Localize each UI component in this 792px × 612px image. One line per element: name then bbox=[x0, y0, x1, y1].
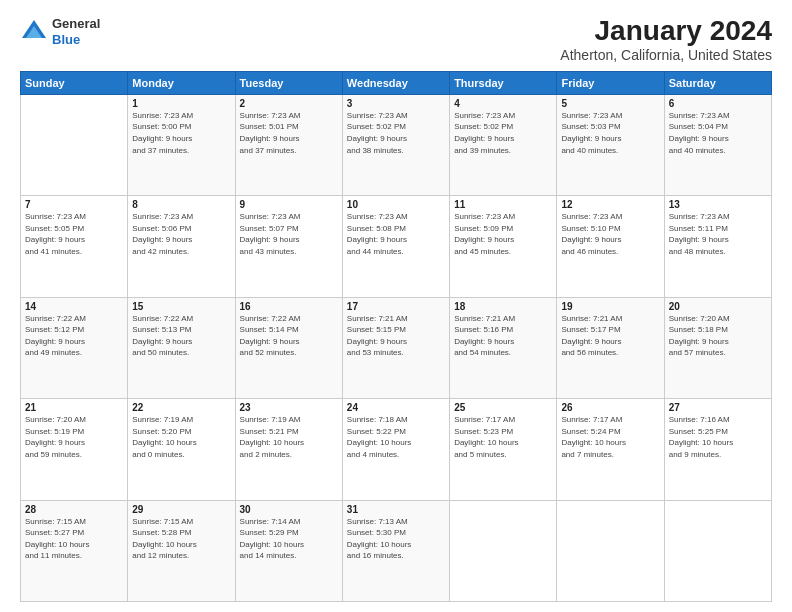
day-number: 2 bbox=[240, 98, 338, 109]
day-info: Sunrise: 7:20 AM Sunset: 5:18 PM Dayligh… bbox=[669, 313, 767, 359]
day-number: 30 bbox=[240, 504, 338, 515]
day-number: 28 bbox=[25, 504, 123, 515]
day-info: Sunrise: 7:23 AM Sunset: 5:09 PM Dayligh… bbox=[454, 211, 552, 257]
day-info: Sunrise: 7:23 AM Sunset: 5:10 PM Dayligh… bbox=[561, 211, 659, 257]
day-number: 22 bbox=[132, 402, 230, 413]
week-row-4: 28Sunrise: 7:15 AM Sunset: 5:27 PM Dayli… bbox=[21, 500, 772, 601]
day-number: 29 bbox=[132, 504, 230, 515]
day-info: Sunrise: 7:23 AM Sunset: 5:06 PM Dayligh… bbox=[132, 211, 230, 257]
day-number: 17 bbox=[347, 301, 445, 312]
day-info: Sunrise: 7:23 AM Sunset: 5:02 PM Dayligh… bbox=[454, 110, 552, 156]
day-cell: 1Sunrise: 7:23 AM Sunset: 5:00 PM Daylig… bbox=[128, 94, 235, 195]
day-number: 12 bbox=[561, 199, 659, 210]
day-cell: 2Sunrise: 7:23 AM Sunset: 5:01 PM Daylig… bbox=[235, 94, 342, 195]
day-cell: 23Sunrise: 7:19 AM Sunset: 5:21 PM Dayli… bbox=[235, 399, 342, 500]
week-row-0: 1Sunrise: 7:23 AM Sunset: 5:00 PM Daylig… bbox=[21, 94, 772, 195]
day-cell: 4Sunrise: 7:23 AM Sunset: 5:02 PM Daylig… bbox=[450, 94, 557, 195]
day-info: Sunrise: 7:22 AM Sunset: 5:13 PM Dayligh… bbox=[132, 313, 230, 359]
day-cell: 7Sunrise: 7:23 AM Sunset: 5:05 PM Daylig… bbox=[21, 196, 128, 297]
day-info: Sunrise: 7:15 AM Sunset: 5:28 PM Dayligh… bbox=[132, 516, 230, 562]
day-info: Sunrise: 7:23 AM Sunset: 5:07 PM Dayligh… bbox=[240, 211, 338, 257]
day-info: Sunrise: 7:23 AM Sunset: 5:00 PM Dayligh… bbox=[132, 110, 230, 156]
day-info: Sunrise: 7:21 AM Sunset: 5:17 PM Dayligh… bbox=[561, 313, 659, 359]
day-number: 14 bbox=[25, 301, 123, 312]
calendar-title: January 2024 bbox=[560, 16, 772, 47]
calendar-body: 1Sunrise: 7:23 AM Sunset: 5:00 PM Daylig… bbox=[21, 94, 772, 601]
day-cell: 26Sunrise: 7:17 AM Sunset: 5:24 PM Dayli… bbox=[557, 399, 664, 500]
day-cell: 10Sunrise: 7:23 AM Sunset: 5:08 PM Dayli… bbox=[342, 196, 449, 297]
day-number: 21 bbox=[25, 402, 123, 413]
day-cell: 13Sunrise: 7:23 AM Sunset: 5:11 PM Dayli… bbox=[664, 196, 771, 297]
calendar-header: Sunday Monday Tuesday Wednesday Thursday… bbox=[21, 71, 772, 94]
day-cell: 20Sunrise: 7:20 AM Sunset: 5:18 PM Dayli… bbox=[664, 297, 771, 398]
week-row-2: 14Sunrise: 7:22 AM Sunset: 5:12 PM Dayli… bbox=[21, 297, 772, 398]
day-info: Sunrise: 7:19 AM Sunset: 5:21 PM Dayligh… bbox=[240, 414, 338, 460]
day-number: 13 bbox=[669, 199, 767, 210]
day-cell: 5Sunrise: 7:23 AM Sunset: 5:03 PM Daylig… bbox=[557, 94, 664, 195]
logo-general: General bbox=[52, 16, 100, 31]
col-sunday: Sunday bbox=[21, 71, 128, 94]
day-cell bbox=[450, 500, 557, 601]
day-info: Sunrise: 7:18 AM Sunset: 5:22 PM Dayligh… bbox=[347, 414, 445, 460]
day-cell: 9Sunrise: 7:23 AM Sunset: 5:07 PM Daylig… bbox=[235, 196, 342, 297]
day-cell bbox=[664, 500, 771, 601]
day-info: Sunrise: 7:15 AM Sunset: 5:27 PM Dayligh… bbox=[25, 516, 123, 562]
header: General Blue January 2024 Atherton, Cali… bbox=[20, 16, 772, 63]
header-row: Sunday Monday Tuesday Wednesday Thursday… bbox=[21, 71, 772, 94]
day-number: 18 bbox=[454, 301, 552, 312]
day-info: Sunrise: 7:23 AM Sunset: 5:02 PM Dayligh… bbox=[347, 110, 445, 156]
day-info: Sunrise: 7:22 AM Sunset: 5:12 PM Dayligh… bbox=[25, 313, 123, 359]
col-friday: Friday bbox=[557, 71, 664, 94]
logo-text: General Blue bbox=[52, 16, 100, 47]
day-info: Sunrise: 7:22 AM Sunset: 5:14 PM Dayligh… bbox=[240, 313, 338, 359]
day-cell: 27Sunrise: 7:16 AM Sunset: 5:25 PM Dayli… bbox=[664, 399, 771, 500]
day-number: 23 bbox=[240, 402, 338, 413]
week-row-1: 7Sunrise: 7:23 AM Sunset: 5:05 PM Daylig… bbox=[21, 196, 772, 297]
day-info: Sunrise: 7:20 AM Sunset: 5:19 PM Dayligh… bbox=[25, 414, 123, 460]
day-info: Sunrise: 7:16 AM Sunset: 5:25 PM Dayligh… bbox=[669, 414, 767, 460]
day-cell: 21Sunrise: 7:20 AM Sunset: 5:19 PM Dayli… bbox=[21, 399, 128, 500]
calendar-table: Sunday Monday Tuesday Wednesday Thursday… bbox=[20, 71, 772, 602]
logo-icon bbox=[20, 18, 48, 46]
day-cell: 14Sunrise: 7:22 AM Sunset: 5:12 PM Dayli… bbox=[21, 297, 128, 398]
day-number: 9 bbox=[240, 199, 338, 210]
day-info: Sunrise: 7:14 AM Sunset: 5:29 PM Dayligh… bbox=[240, 516, 338, 562]
day-info: Sunrise: 7:13 AM Sunset: 5:30 PM Dayligh… bbox=[347, 516, 445, 562]
day-info: Sunrise: 7:23 AM Sunset: 5:05 PM Dayligh… bbox=[25, 211, 123, 257]
page: General Blue January 2024 Atherton, Cali… bbox=[0, 0, 792, 612]
day-number: 1 bbox=[132, 98, 230, 109]
title-block: January 2024 Atherton, California, Unite… bbox=[560, 16, 772, 63]
day-number: 25 bbox=[454, 402, 552, 413]
day-number: 6 bbox=[669, 98, 767, 109]
day-number: 16 bbox=[240, 301, 338, 312]
day-number: 4 bbox=[454, 98, 552, 109]
day-cell: 15Sunrise: 7:22 AM Sunset: 5:13 PM Dayli… bbox=[128, 297, 235, 398]
day-info: Sunrise: 7:23 AM Sunset: 5:08 PM Dayligh… bbox=[347, 211, 445, 257]
day-info: Sunrise: 7:21 AM Sunset: 5:16 PM Dayligh… bbox=[454, 313, 552, 359]
day-number: 24 bbox=[347, 402, 445, 413]
calendar-subtitle: Atherton, California, United States bbox=[560, 47, 772, 63]
day-cell: 16Sunrise: 7:22 AM Sunset: 5:14 PM Dayli… bbox=[235, 297, 342, 398]
day-number: 8 bbox=[132, 199, 230, 210]
col-tuesday: Tuesday bbox=[235, 71, 342, 94]
day-number: 31 bbox=[347, 504, 445, 515]
day-cell bbox=[21, 94, 128, 195]
day-cell: 28Sunrise: 7:15 AM Sunset: 5:27 PM Dayli… bbox=[21, 500, 128, 601]
day-cell: 3Sunrise: 7:23 AM Sunset: 5:02 PM Daylig… bbox=[342, 94, 449, 195]
day-number: 3 bbox=[347, 98, 445, 109]
day-info: Sunrise: 7:23 AM Sunset: 5:01 PM Dayligh… bbox=[240, 110, 338, 156]
day-info: Sunrise: 7:23 AM Sunset: 5:11 PM Dayligh… bbox=[669, 211, 767, 257]
day-number: 5 bbox=[561, 98, 659, 109]
day-cell: 19Sunrise: 7:21 AM Sunset: 5:17 PM Dayli… bbox=[557, 297, 664, 398]
day-number: 20 bbox=[669, 301, 767, 312]
day-number: 10 bbox=[347, 199, 445, 210]
day-info: Sunrise: 7:17 AM Sunset: 5:23 PM Dayligh… bbox=[454, 414, 552, 460]
day-cell: 29Sunrise: 7:15 AM Sunset: 5:28 PM Dayli… bbox=[128, 500, 235, 601]
day-info: Sunrise: 7:19 AM Sunset: 5:20 PM Dayligh… bbox=[132, 414, 230, 460]
day-cell: 24Sunrise: 7:18 AM Sunset: 5:22 PM Dayli… bbox=[342, 399, 449, 500]
day-info: Sunrise: 7:17 AM Sunset: 5:24 PM Dayligh… bbox=[561, 414, 659, 460]
day-cell: 25Sunrise: 7:17 AM Sunset: 5:23 PM Dayli… bbox=[450, 399, 557, 500]
day-number: 15 bbox=[132, 301, 230, 312]
week-row-3: 21Sunrise: 7:20 AM Sunset: 5:19 PM Dayli… bbox=[21, 399, 772, 500]
day-info: Sunrise: 7:21 AM Sunset: 5:15 PM Dayligh… bbox=[347, 313, 445, 359]
